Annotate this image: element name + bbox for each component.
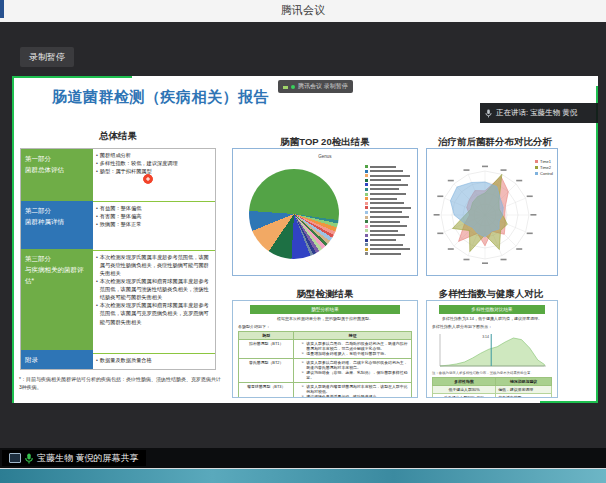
- enterotype-header-bar: 肠型分析结果: [250, 305, 401, 314]
- diversity-col-index: 多样性指数: [433, 377, 496, 385]
- pie-legend-item: [365, 248, 411, 251]
- window-titlebar: 腾讯会议: [0, 0, 606, 23]
- bullet-item: 本次检测发现罗氏菌属丰度超参考范围低，该菌属与炎症性肠病负相关，炎症性肠病可能与…: [96, 253, 212, 277]
- diversity-row: 低于健康人群30%偏低，建议深度调理: [433, 385, 552, 393]
- microphone-icon: [485, 109, 492, 118]
- enterotype-col-features: 特征: [294, 331, 412, 339]
- share-border-right: [596, 86, 598, 403]
- bullet-item: 本次检测发现罗氏菌属和瘤胃球菌属丰度超参考范围低，该菌属与溃疡性结肠炎负相关，溃…: [96, 277, 212, 301]
- diversity-density-chart: 3.14: [432, 330, 552, 370]
- diversity-box: 多样性指数对比结果 多样性指数为3.14，低于健康人群均值，建议深度调理。 多样…: [426, 300, 558, 398]
- microphone-active-icon: [25, 453, 33, 464]
- laser-pointer-dot: [143, 174, 153, 184]
- shared-slide: 肠道菌群检测（疾病相关）报告 总体结果 第一部分菌群总体评估第二部分菌群种属详情…: [12, 76, 598, 403]
- pie-legend-item: [365, 225, 411, 228]
- diversity-table: 多样性指数 情况说明与建议 低于健康人群30%偏低，建议深度调理处于健康人群30…: [432, 377, 552, 398]
- pie-legend-item: [365, 216, 411, 219]
- desktop-wallpaper-strip: [0, 468, 606, 483]
- recording-status-dot: [291, 85, 295, 89]
- recording-paused-badge[interactable]: 录制暂停: [20, 47, 74, 67]
- pie-legend-item: [365, 252, 411, 255]
- pie-chart-title: Genus: [233, 154, 417, 159]
- overview-bullets: 菌群组成分析多样性指数：较低，建议深度调理肠型：属于拟杆菌属型有益菌：整体偏低有…: [93, 149, 215, 369]
- toc-item: 第二部分菌群种属详情: [21, 201, 93, 249]
- share-border-top: [12, 76, 132, 78]
- toc-item: 第一部分菌群总体评估: [21, 149, 93, 201]
- bullet-item: 有害菌：整体偏高: [96, 212, 212, 220]
- radar-legend-item: Time2: [535, 165, 553, 170]
- bullet-item: 数据量及数据质量合格: [96, 356, 212, 364]
- share-status-bar: 宝藤生物 黄倪的屏幕共享: [0, 448, 606, 468]
- pie-legend-item: [365, 220, 411, 223]
- share-border-left: [12, 76, 14, 403]
- diversity-note: 注：曲线为健康人群多样性指数分布，竖线为您本次结果所处位置。: [432, 371, 552, 375]
- screen-share-icon: [9, 453, 21, 463]
- overview-panel: 第一部分菌群总体评估第二部分菌群种属详情第三部分与疾病相关的菌群评估*附录 菌群…: [20, 148, 216, 370]
- pie-legend-item: [365, 206, 411, 209]
- enterotype-row: 拟杆菌属型（BT1）该类人群多以高蛋白、高脂肪的饮食结构为主，肠道内拟杆菌属相对…: [239, 339, 412, 358]
- enterotype-box: 肠型分析结果 根据您本次检测结果分析，您的肠型属于拟杆菌属型。 各肠型介绍如下：…: [232, 300, 418, 398]
- radar-legend: Time1Time2Control: [535, 159, 553, 176]
- pie-legend-item: [365, 170, 411, 173]
- speaking-indicator: 正在讲话: 宝藤生物 黄倪: [480, 103, 598, 123]
- pie-legend-item: [365, 211, 411, 214]
- bullet-item: 肠型：属于拟杆菌属型: [96, 167, 212, 175]
- radar-chart-box: Time1Time2Control: [426, 148, 558, 276]
- bullet-item: 致病菌：整体正常: [96, 220, 212, 228]
- pie-legend-item: [365, 165, 411, 168]
- bullet-item: 本次检测发现罗氏菌属和瘤胃球菌属丰度超参考范围低，该菌属与克罗恩病负相关，克罗恩…: [96, 301, 212, 325]
- pie-legend-item: [365, 229, 411, 232]
- share-status-pill: 宝藤生物 黄倪的屏幕共享: [2, 450, 146, 466]
- toc-item: 第三部分与疾病相关的菌群评估*: [21, 249, 93, 350]
- enterotype-row: 普氏菌属型（BT2）该类人群多以高膳食纤维、高碳水化合物的饮食结构为主，肠道内普…: [239, 358, 412, 382]
- bullet-group: 数据量及数据质量合格: [93, 354, 215, 369]
- diversity-row: 处于健康人群30%-70%基本适中范围: [433, 394, 552, 398]
- floating-mini-toolbar[interactable]: 腾讯会议 录制暂停: [278, 80, 353, 93]
- slide-title: 肠道菌群检测（疾病相关）报告: [52, 88, 269, 107]
- pie-legend-item: [365, 234, 411, 237]
- pie-legend-item: [365, 183, 411, 186]
- radar-legend-item: Time1: [535, 159, 553, 164]
- overview-footnote: *：目前与疾病相关菌群评估可分析的疾病包括：炎症性肠病、溃疡性结肠炎、克罗恩病共…: [19, 376, 221, 391]
- diversity-intro: 多样性指数为3.14，低于健康人群均值，建议深度调理。: [433, 316, 551, 322]
- speaking-label: 正在讲话: 宝藤生物 黄倪: [496, 108, 577, 118]
- mini-toolbar-label: 腾讯会议 录制暂停: [298, 82, 348, 91]
- diversity-subline: 多样性指数人群分布如下图所示：: [432, 324, 552, 329]
- overview-heading: 总体结果: [20, 130, 216, 143]
- enterotype-subline: 各肠型介绍如下：: [238, 324, 412, 329]
- share-status-text: 宝藤生物 黄倪的屏幕共享: [37, 452, 139, 465]
- bullet-item: 多样性指数：较低，建议深度调理: [96, 159, 212, 167]
- screenshot-root: 腾讯会议 录制暂停 肠道菌群检测（疾病相关）报告 总体结果 第一部分菌群总体评估…: [0, 0, 606, 483]
- enterotype-intro: 根据您本次检测结果分析，您的肠型属于拟杆菌属型。: [239, 316, 411, 322]
- diversity-header-bar: 多样性指数对比结果: [439, 305, 546, 314]
- enterotype-row: 瘤胃球菌属型（BT3）该类人群肠道内瘤胃球菌属相对丰度较高，该型在人群中比例相对…: [239, 382, 412, 398]
- toc-item: 附录: [21, 350, 93, 369]
- pie-legend-item: [365, 179, 411, 182]
- bullet-item: 菌群组成分析: [96, 151, 212, 159]
- bullet-group: 有益菌：整体偏低有害菌：整体偏高致病菌：整体正常: [93, 202, 215, 251]
- window-title: 腾讯会议: [0, 3, 606, 18]
- enterotype-col-type: 肠型: [239, 331, 294, 339]
- pie-legend-item: [365, 193, 411, 196]
- bullet-item: 有益菌：整体偏低: [96, 204, 212, 212]
- pie-legend-item: [365, 174, 411, 177]
- bullet-group: 菌群组成分析多样性指数：较低，建议深度调理肠型：属于拟杆菌属型: [93, 149, 215, 202]
- pie-legend: [365, 165, 411, 255]
- pie-legend-item: [365, 239, 411, 242]
- pie-legend-item: [365, 243, 411, 246]
- pie-legend-item: [365, 202, 411, 205]
- signal-icon: [283, 84, 288, 89]
- toc-column: 第一部分菌群总体评估第二部分菌群种属详情第三部分与疾病相关的菌群评估*附录: [21, 149, 93, 369]
- pie-legend-item: [365, 188, 411, 191]
- bullet-group: 本次检测发现罗氏菌属丰度超参考范围低，该菌属与炎症性肠病负相关，炎症性肠病可能与…: [93, 251, 215, 354]
- enterotype-table: 肠型 特征 拟杆菌属型（BT1）该类人群多以高蛋白、高脂肪的饮食结构为主，肠道内…: [238, 331, 412, 398]
- radar-legend-item: Control: [535, 171, 553, 176]
- pie-legend-item: [365, 197, 411, 200]
- pie-chart: [249, 169, 339, 259]
- pie-chart-box: Genus: [232, 148, 418, 276]
- meeting-window: 录制暂停 肠道菌群检测（疾病相关）报告 总体结果 第一部分菌群总体评估第二部分菌…: [0, 22, 606, 448]
- diversity-col-advice: 情况说明与建议: [496, 377, 552, 385]
- share-border-bottom: [540, 401, 598, 403]
- svg-text:3.14: 3.14: [482, 335, 489, 339]
